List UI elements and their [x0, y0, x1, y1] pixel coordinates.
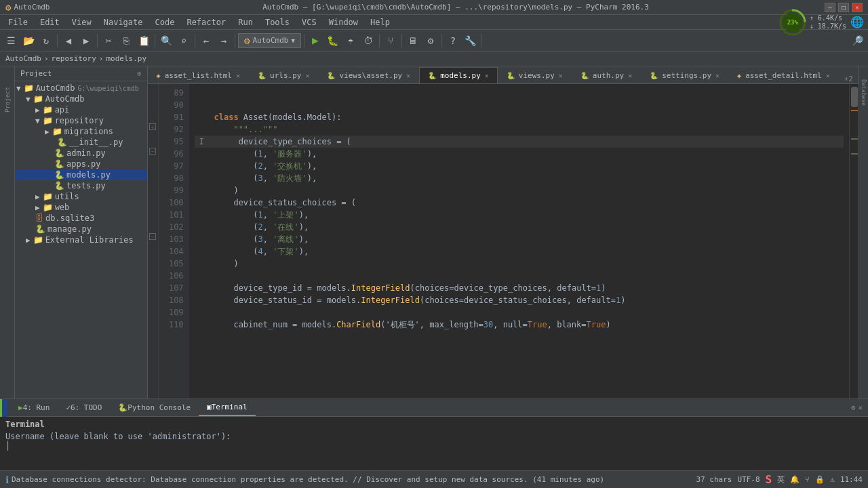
tab-close-icon[interactable]: ✕: [236, 72, 240, 79]
tab-views-asset[interactable]: 🐍 views\asset.py ✕: [318, 67, 419, 83]
settings-button[interactable]: ⚙: [422, 33, 439, 49]
tree-item-init[interactable]: 🐍 __init__.py: [15, 137, 147, 148]
profile-button[interactable]: ⏱: [360, 33, 376, 49]
debug-button[interactable]: 🐛: [325, 33, 341, 49]
py-file-icon: 🐍: [57, 138, 67, 147]
redo-button[interactable]: ▶: [78, 33, 94, 49]
jrebel-button[interactable]: 🔧: [462, 33, 479, 49]
menu-code[interactable]: Code: [150, 16, 180, 28]
tab-close-icon[interactable]: ✕: [628, 72, 632, 79]
git-icon[interactable]: ⑂: [805, 475, 810, 484]
scrollbar-area[interactable]: [849, 84, 859, 399]
menu-file[interactable]: File: [3, 16, 33, 28]
menu-help[interactable]: Help: [365, 16, 395, 28]
tree-item-web[interactable]: ▶ 📁 web: [15, 202, 147, 213]
search-button[interactable]: 🔍: [158, 33, 174, 49]
tree-item-migrations[interactable]: ▶ 📁 migrations: [15, 126, 147, 137]
network-icon[interactable]: 🌐: [849, 14, 865, 30]
bottom-tab-controls[interactable]: ⚙ ✕: [851, 403, 868, 412]
tree-item-api[interactable]: ▶ 📁 api: [15, 104, 147, 115]
tree-item-external-libs[interactable]: ▶ 📁 External Libraries: [15, 235, 147, 245]
tab-close-icon[interactable]: ✕: [559, 72, 563, 79]
tree-item-utils[interactable]: ▶ 📁 utils: [15, 191, 147, 202]
tab-close-icon[interactable]: ✕: [305, 72, 309, 79]
bottom-tab-python-console[interactable]: 🐍 Python Console: [110, 400, 199, 416]
fold-button[interactable]: –: [149, 148, 156, 155]
paste-button[interactable]: 📋: [136, 33, 152, 49]
project-selector[interactable]: ⚙ AutoCmdb ▼: [238, 33, 301, 48]
right-tool-strip: Database: [859, 66, 868, 399]
tab-close-icon[interactable]: ✕: [826, 72, 830, 79]
tab-label: auth.py: [593, 71, 624, 80]
warnings-icon[interactable]: ⚠: [830, 475, 835, 484]
run-button[interactable]: ▶: [307, 33, 323, 49]
tree-item-models[interactable]: 🐍 models.py: [15, 169, 147, 180]
vcs-button[interactable]: ⑂: [382, 33, 399, 49]
tab-close-icon[interactable]: ✕: [715, 72, 719, 79]
coverage-button[interactable]: ☂: [342, 33, 359, 49]
terminal-content[interactable]: Terminal Username (leave blank to use 'a…: [0, 417, 868, 470]
undo-button[interactable]: ◀: [60, 33, 77, 49]
fold-button[interactable]: +: [149, 123, 156, 130]
notification-icon[interactable]: 🔔: [790, 475, 800, 484]
tab-views[interactable]: 🐍 views.py ✕: [498, 67, 572, 83]
scrollbar-thumb[interactable]: [851, 87, 858, 107]
tree-item-db[interactable]: 🗄 db.sqlite3: [15, 213, 147, 224]
bottom-tab-terminal[interactable]: ▣ Terminal: [199, 400, 256, 416]
fold-button[interactable]: –: [149, 233, 156, 240]
tab-urls[interactable]: 🐍 urls.py ✕: [249, 67, 318, 83]
project-view-button[interactable]: ☰: [3, 33, 19, 49]
help-button[interactable]: ?: [445, 33, 461, 49]
bottom-tab-todo[interactable]: ✓ 6: TODO: [58, 400, 110, 416]
breadcrumb-models[interactable]: models.py: [106, 54, 146, 63]
structure-tool[interactable]: Project: [4, 87, 11, 113]
folder-icon: 📁: [43, 192, 53, 201]
menu-window[interactable]: Window: [323, 16, 363, 28]
tree-item-apps[interactable]: 🐍 apps.py: [15, 159, 147, 169]
code-line-104: (4, '下架'),: [195, 245, 844, 258]
gutter-line: [148, 133, 158, 145]
terminal-button[interactable]: 🖥: [405, 33, 421, 49]
cut-button[interactable]: ✂: [100, 33, 117, 49]
menu-tools[interactable]: Tools: [260, 16, 295, 28]
tab-close-icon[interactable]: ✕: [485, 72, 489, 79]
settings-icon[interactable]: ⚙: [851, 403, 856, 412]
tab-settings[interactable]: 🐍 settings.py ✕: [641, 67, 728, 83]
open-button[interactable]: 📂: [20, 33, 37, 49]
menu-edit[interactable]: Edit: [35, 16, 65, 28]
tree-item-autocmdb-root[interactable]: ▼ 📁 AutoCmdb G:\wupeiqi\cmdb: [15, 83, 147, 94]
tree-item-manage[interactable]: 🐍 manage.py: [15, 224, 147, 235]
database-tool[interactable]: Database: [861, 79, 867, 106]
terminal-input-line[interactable]: │: [5, 441, 863, 451]
copy-button[interactable]: ⎘: [118, 33, 134, 49]
menu-navigate[interactable]: Navigate: [98, 16, 149, 28]
tab-overflow[interactable]: +2: [839, 75, 859, 83]
tree-item-autocmdb[interactable]: ▼ 📁 AutoCmdb: [15, 94, 147, 104]
back-button[interactable]: ←: [198, 33, 214, 49]
menu-vcs[interactable]: VCS: [296, 16, 322, 28]
tree-item-repository[interactable]: ▼ 📁 repository: [15, 115, 147, 126]
menu-run[interactable]: Run: [233, 16, 258, 28]
editor-wrapper[interactable]: + – – 89 90 91: [148, 84, 859, 399]
tree-arrow-icon: ▼: [26, 95, 31, 104]
tree-item-tests[interactable]: 🐍 tests.py: [15, 180, 147, 191]
code-editor[interactable]: class Asset(models.Model): """...""" I d…: [189, 84, 849, 399]
tab-asset-detail[interactable]: ◈ asset_detail.html ✕: [728, 67, 839, 83]
sync-button[interactable]: ↻: [38, 33, 54, 49]
lock-icon[interactable]: 🔒: [815, 475, 825, 484]
breadcrumb-project[interactable]: AutoCmdb: [5, 54, 41, 63]
close-panel-icon[interactable]: ✕: [858, 403, 863, 412]
sidebar-controls[interactable]: ⚙: [138, 70, 142, 77]
tab-auth[interactable]: 🐍 auth.py ✕: [572, 67, 641, 83]
forward-button[interactable]: →: [216, 33, 232, 49]
bottom-tab-run[interactable]: ▶ 4: Run: [10, 400, 58, 416]
tree-item-admin[interactable]: 🐍 admin.py: [15, 148, 147, 159]
replace-button[interactable]: ⌕: [176, 33, 192, 49]
menu-view[interactable]: View: [66, 16, 97, 28]
menu-refactor[interactable]: Refactor: [181, 16, 231, 28]
tab-asset-list[interactable]: ◈ asset_list.html ✕: [148, 67, 249, 83]
tab-close-icon[interactable]: ✕: [406, 72, 410, 79]
search-everywhere-button[interactable]: 🔎: [849, 33, 865, 49]
breadcrumb-repository[interactable]: repository: [52, 54, 96, 63]
tab-models[interactable]: 🐍 models.py ✕: [419, 67, 498, 83]
